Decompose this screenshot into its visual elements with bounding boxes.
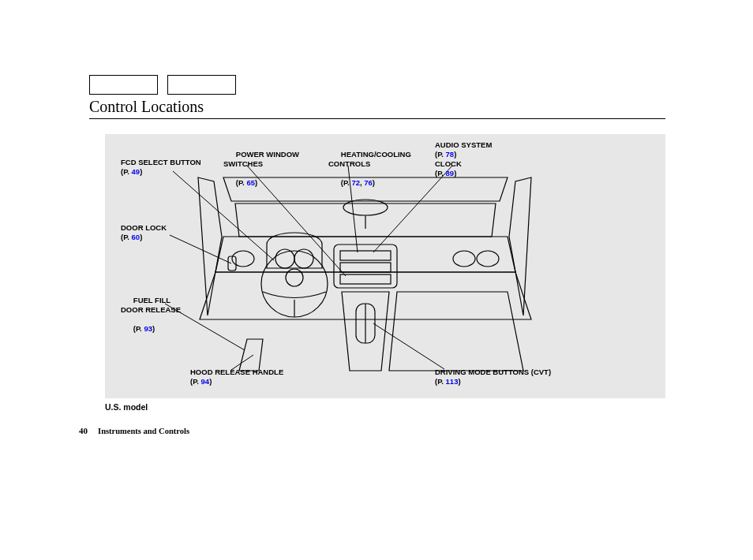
callout-label: HEATING/COOLING CONTROLS (328, 150, 411, 168)
svg-point-9 (453, 251, 475, 267)
page-number: 40 (79, 426, 88, 435)
page-link[interactable]: 60 (132, 233, 140, 241)
svg-line-21 (170, 235, 231, 263)
callout-audio-clock: AUDIO SYSTEM (P. 78) CLOCK (P. 89) (435, 140, 492, 178)
callout-label: FUEL FILL DOOR RELEASE (121, 296, 181, 314)
callout-label: DOOR LOCK (121, 223, 167, 232)
callout-label: POWER WINDOW SWITCHES (223, 150, 299, 168)
title-rule (89, 118, 665, 119)
svg-rect-7 (340, 274, 391, 284)
footer-section-name: Instruments and Controls (98, 427, 189, 435)
svg-point-8 (232, 251, 254, 267)
svg-point-12 (286, 269, 303, 286)
page-link[interactable]: 78 (446, 150, 455, 159)
page-link[interactable]: 49 (132, 167, 140, 176)
page-link[interactable]: 94 (201, 377, 210, 386)
page-link[interactable]: 76 (364, 178, 373, 187)
page-link[interactable]: 113 (446, 377, 459, 386)
header-box-1 (89, 75, 158, 95)
header-box-2 (167, 75, 236, 95)
callout-fuel-fill: FUEL FILL DOOR RELEASE (P. 93) (121, 286, 181, 342)
callout-label: AUDIO SYSTEM (435, 140, 492, 149)
svg-point-0 (343, 200, 388, 215)
svg-rect-5 (340, 251, 391, 260)
header-placeholder-boxes (89, 75, 236, 95)
model-note: U.S. model (105, 402, 148, 412)
callout-door-lock: DOOR LOCK (P. 60) (121, 223, 167, 242)
page-link[interactable]: 72 (351, 178, 360, 187)
callout-label: FCD SELECT BUTTON (121, 158, 201, 166)
callout-label: HOOD RELEASE HANDLE (190, 368, 283, 376)
page-link[interactable]: 65 (246, 178, 255, 187)
callout-label: DRIVING MODE BUTTONS (CVT) (435, 368, 551, 376)
page-link[interactable]: 89 (446, 169, 455, 177)
svg-point-10 (477, 251, 499, 267)
dashboard-diagram: FCD SELECT BUTTON (P. 49) POWER WINDOW S… (105, 134, 665, 398)
svg-rect-6 (340, 263, 391, 272)
manual-page: Control Locations (0, 0, 753, 560)
callout-fcd-select: FCD SELECT BUTTON (P. 49) (121, 158, 201, 177)
section-title: Control Locations (89, 98, 204, 116)
callout-label: CLOCK (435, 159, 462, 168)
callout-driving-mode: DRIVING MODE BUTTONS (CVT) (P. 113) (435, 368, 551, 386)
callout-hood-release: HOOD RELEASE HANDLE (P. 94) (190, 368, 283, 386)
page-footer: 40 Instruments and Controls (79, 426, 189, 435)
page-link[interactable]: 93 (144, 324, 152, 333)
callout-power-window: POWER WINDOW SWITCHES (P. 65) (223, 140, 299, 196)
callout-heating-cooling: HEATING/COOLING CONTROLS (P. 72, 76) (328, 140, 411, 196)
